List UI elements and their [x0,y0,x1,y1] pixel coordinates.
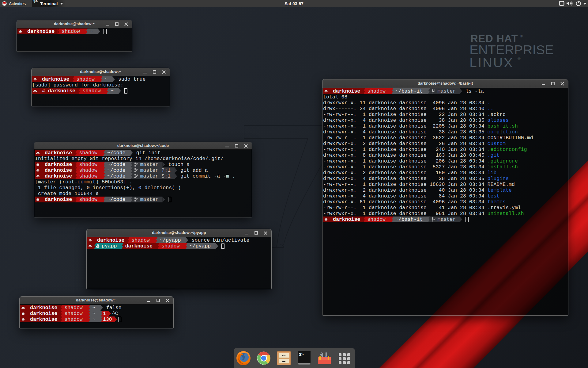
svg-text:ENTERPRISE: ENTERPRISE [469,42,554,57]
svg-text:®: ® [520,34,523,38]
svg-text:LINUX: LINUX [469,55,514,70]
svg-text:$>: $> [299,352,304,357]
svg-text:®: ® [518,56,521,61]
